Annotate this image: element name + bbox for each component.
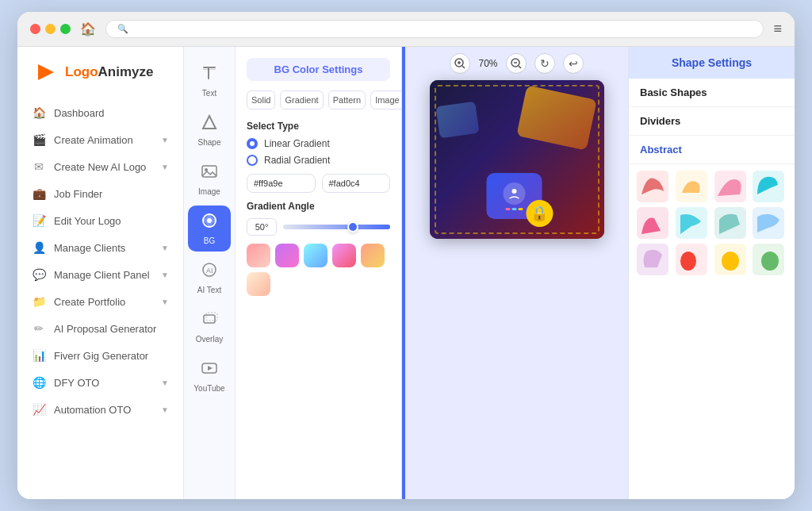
svg-marker-4 — [203, 116, 216, 129]
preset-swatch-4[interactable] — [332, 244, 356, 267]
client-panel-icon: 💬 — [32, 268, 46, 281]
svg-marker-14 — [208, 366, 213, 371]
sidebar-item-dfy-oto[interactable]: 🌐 DFY OTO ▼ — [17, 369, 183, 396]
sidebar-item-manage-clients[interactable]: 👤 Manage Clients ▼ — [17, 234, 183, 261]
angle-row: 50° — [247, 218, 390, 236]
shape-tool-label: Shape — [198, 138, 221, 147]
sidebar-item-create-animation[interactable]: 🎬 Create Animation ▼ — [17, 126, 183, 153]
sidebar-item-job-finder[interactable]: 💼 Job Finder — [17, 180, 183, 207]
canvas-frame[interactable]: 🔒 — [430, 80, 604, 239]
chevron-icon-6: ▼ — [161, 378, 169, 387]
sidebar-item-create-portfolio[interactable]: 📁 Create Portfolio ▼ — [17, 288, 183, 315]
abstract-shape-2[interactable] — [676, 171, 707, 202]
abstract-shape-4[interactable] — [753, 171, 784, 202]
minimize-button[interactable] — [45, 24, 56, 34]
hamburger-menu[interactable]: ≡ — [773, 21, 782, 37]
abstract-shape-9[interactable] — [676, 244, 707, 275]
sidebar-item-create-ai-logo[interactable]: ✉ Create New AI Logo ▼ — [17, 153, 183, 180]
tab-image[interactable]: Image — [370, 90, 402, 110]
sidebar-item-manage-client-panel[interactable]: 💬 Manage Client Panel ▼ — [17, 261, 183, 288]
close-button[interactable] — [30, 24, 40, 34]
tool-image[interactable]: Image — [188, 156, 231, 202]
zoom-in-button[interactable] — [450, 53, 470, 74]
svg-line-16 — [462, 66, 465, 68]
traffic-lights — [30, 24, 71, 34]
tool-overlay[interactable]: Overlay — [188, 304, 231, 350]
preset-swatch-2[interactable] — [275, 244, 299, 267]
tool-bg[interactable]: BG — [188, 206, 231, 252]
overlay-tool-label: Overlay — [196, 335, 223, 344]
linear-gradient-option[interactable]: Linear Gradient — [247, 138, 390, 149]
chevron-down-icon: ▼ — [161, 136, 169, 144]
preset-swatch-1[interactable] — [247, 244, 270, 267]
linear-radio[interactable] — [247, 138, 258, 149]
maximize-button[interactable] — [60, 24, 71, 34]
zoom-level-display: 70% — [478, 58, 497, 69]
abstract-shape-3[interactable] — [714, 171, 746, 202]
tab-gradient[interactable]: Gradient — [280, 90, 323, 110]
abstract-shape-8[interactable] — [753, 207, 784, 239]
abstract-shape-11[interactable] — [753, 244, 784, 275]
chevron-icon-3: ▼ — [161, 244, 169, 252]
tool-youtube[interactable]: YouTube — [188, 353, 231, 399]
abstract-shape-10[interactable] — [714, 244, 746, 275]
select-type-label: Select Type — [247, 121, 390, 132]
linear-label: Linear Gradient — [264, 138, 330, 149]
sidebar-item-fiverr[interactable]: 📊 Fiverr Gig Generator — [17, 342, 183, 369]
abstract-shape-6[interactable] — [676, 207, 707, 239]
gradient-section: Gradient Angle 50° — [247, 201, 390, 236]
tool-shape[interactable]: Shape — [188, 107, 231, 153]
gradient-slider[interactable] — [283, 225, 390, 229]
svg-point-8 — [207, 218, 212, 223]
browser-bar: 🏠 🔍 ≡ — [17, 12, 795, 47]
portfolio-icon: 📁 — [32, 295, 46, 308]
preset-swatch-6[interactable] — [247, 272, 270, 296]
basic-shapes-title[interactable]: Basic Shapes — [629, 79, 795, 107]
svg-text:AI: AI — [206, 267, 213, 275]
radial-label: Radial Gradient — [264, 155, 330, 166]
edit-logo-icon: 📝 — [32, 214, 46, 227]
abstract-shape-5[interactable] — [637, 207, 668, 239]
sidebar-item-dashboard[interactable]: 🏠 Dashboard — [17, 99, 183, 126]
zoom-out-button[interactable] — [506, 53, 527, 74]
sidebar-item-edit-logo[interactable]: 📝 Edit Your Logo — [17, 207, 183, 234]
color-input-1[interactable]: #ff9a9e — [247, 174, 316, 193]
dfy-icon: 🌐 — [32, 376, 46, 389]
radial-radio[interactable] — [247, 155, 258, 166]
image-tool-label: Image — [198, 187, 220, 196]
abstract-title[interactable]: Abstract — [629, 136, 795, 164]
home-icon[interactable]: 🏠 — [80, 21, 96, 36]
tab-solid[interactable]: Solid — [247, 90, 275, 110]
tab-pattern[interactable]: Pattern — [328, 90, 366, 110]
slider-thumb[interactable] — [347, 221, 358, 232]
abstract-shape-extra[interactable] — [637, 244, 668, 275]
sidebar-label-dashboard: Dashboard — [54, 107, 105, 119]
ai-text-tool-label: AI Text — [197, 286, 221, 294]
sidebar-item-automation-oto[interactable]: 📈 Automation OTO ▼ — [17, 396, 183, 423]
canvas-main-element: 🔒 — [486, 173, 542, 219]
svg-point-23 — [680, 252, 696, 271]
sidebar-label-manage-clients: Manage Clients — [54, 242, 125, 254]
refresh-button[interactable]: ↻ — [534, 53, 555, 74]
preset-swatch-3[interactable] — [304, 244, 327, 267]
canvas-toolbar: 70% ↻ ↩ — [439, 47, 594, 80]
tool-ai-text[interactable]: AI AI Text — [188, 255, 231, 301]
svg-line-20 — [519, 66, 521, 68]
radial-gradient-option[interactable]: Radial Gradient — [247, 155, 390, 166]
preset-swatch-5[interactable] — [361, 244, 385, 267]
svg-rect-3 — [208, 67, 209, 79]
right-panel: Shape Settings Basic Shapes Dividers Abs… — [628, 47, 795, 499]
tool-text[interactable]: Text — [188, 58, 231, 104]
sidebar-item-ai-proposal[interactable]: ✏ AI Proposal Generator — [17, 315, 183, 342]
abstract-shape-7[interactable] — [714, 207, 746, 239]
lock-icon: 🔒 — [526, 200, 553, 227]
bg-settings-panel: BG Color Settings Solid Gradient Pattern… — [236, 47, 402, 499]
dividers-title[interactable]: Dividers — [629, 107, 795, 136]
preset-color-swatches — [247, 244, 390, 296]
address-bar[interactable]: 🔍 — [105, 20, 764, 38]
sidebar: LogoAnimyze 🏠 Dashboard 🎬 Create Animati… — [17, 47, 184, 499]
undo-button[interactable]: ↩ — [563, 53, 584, 74]
abstract-shape-1[interactable] — [637, 171, 668, 202]
angle-input[interactable]: 50° — [247, 218, 277, 236]
color-input-2[interactable]: #fad0c4 — [322, 174, 391, 193]
